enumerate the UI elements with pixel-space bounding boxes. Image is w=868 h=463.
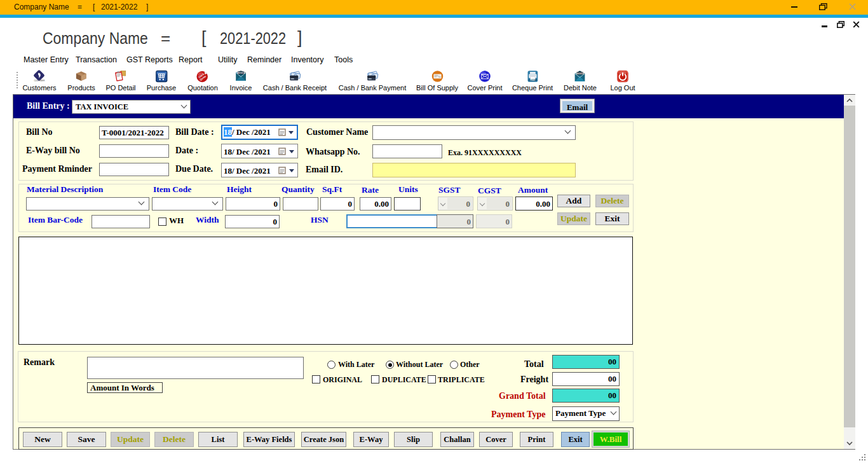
svg-text:CUSTOMER: CUSTOMER [34, 79, 45, 82]
svg-text:PRINT: PRINT [530, 79, 536, 81]
svg-text:INVOICE: INVOICE [576, 73, 585, 75]
